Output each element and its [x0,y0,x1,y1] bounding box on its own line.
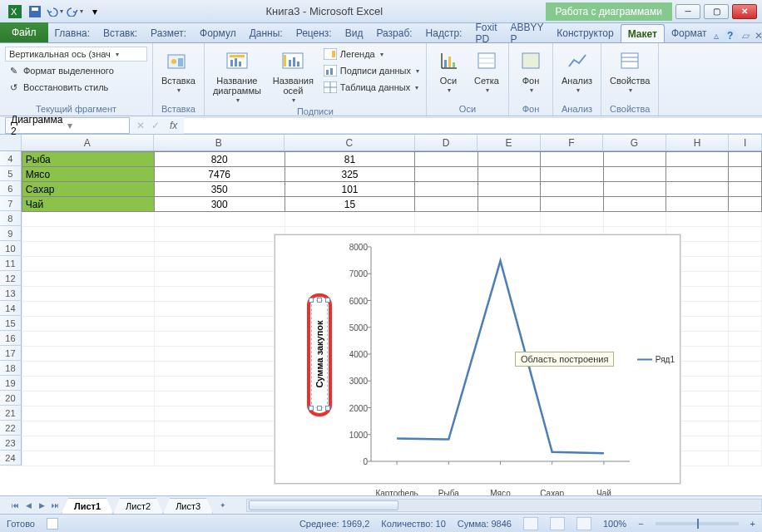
legend-button[interactable]: Легенда [322,47,421,62]
row-header-12[interactable]: 12 [0,271,22,286]
cell-G5[interactable] [603,167,666,182]
col-header-G[interactable]: G [603,135,666,150]
cell-G6[interactable] [603,182,666,197]
cell-I18[interactable] [729,362,762,377]
cell-I20[interactable] [729,392,762,406]
col-header-A[interactable]: A [22,135,154,150]
data-table-button[interactable]: Таблица данных [322,80,421,95]
cell-I13[interactable] [729,287,762,302]
formula-input[interactable] [184,117,762,134]
ribbon-tab-7[interactable]: Разраб: [369,24,418,42]
cell-B10[interactable] [154,242,285,257]
analysis-button[interactable]: Анализ [558,47,596,103]
cell-B6[interactable]: 350 [154,182,285,197]
cell-F5[interactable] [541,167,603,182]
help-icon[interactable]: ? [724,29,737,42]
ribbon-tab-10[interactable]: ABBYY P [503,24,550,42]
ribbon-tab-13[interactable]: Формат [665,24,714,42]
row-header-6[interactable]: 6 [0,181,22,196]
properties-button[interactable]: Свойства [606,47,653,103]
view-page-layout-icon[interactable] [550,517,565,530]
cell-A16[interactable] [22,332,154,347]
sheet-nav-next-icon[interactable]: ▶ [35,499,48,512]
insert-button[interactable]: Вставка [158,47,199,103]
col-header-D[interactable]: D [415,135,478,150]
chart-object[interactable]: Сумма закупок Ряд1 Область построения 01… [275,234,680,484]
cell-I7[interactable] [729,197,762,212]
y-axis-title[interactable]: Сумма закупок [311,300,328,408]
cell-C4[interactable]: 81 [285,152,415,167]
cell-D7[interactable] [415,197,477,212]
cell-B4[interactable]: 820 [154,152,285,167]
cell-E6[interactable] [477,182,540,197]
col-header-E[interactable]: E [477,135,541,150]
zoom-slider[interactable] [656,522,739,525]
sheet-tab-0[interactable]: Лист1 [62,498,113,514]
cell-A18[interactable] [22,362,154,377]
col-header-C[interactable]: C [285,135,415,150]
cell-B8[interactable] [154,212,285,227]
row-header-10[interactable]: 10 [0,241,22,256]
cell-C6[interactable]: 101 [285,182,415,197]
cell-B18[interactable] [154,362,285,377]
row-header-13[interactable]: 13 [0,286,22,301]
cell-B13[interactable] [154,287,285,302]
ribbon-tab-5[interactable]: Реценз: [289,24,339,42]
cell-H5[interactable] [666,167,728,182]
worksheet-area[interactable]: ABCDEFGHI 456789101112131415161718192021… [0,135,762,495]
zoom-out-icon[interactable]: − [638,519,643,529]
cell-B23[interactable] [154,436,285,451]
macro-record-icon[interactable] [47,518,58,530]
cell-I24[interactable] [729,451,762,466]
row-header-5[interactable]: 5 [0,166,22,181]
cell-B5[interactable]: 7476 [154,167,285,182]
background-button[interactable]: Фон [514,47,547,103]
confirm-formula-icon[interactable]: ✓ [148,120,163,131]
cell-B21[interactable] [154,406,285,421]
row-header-19[interactable]: 19 [0,376,22,391]
chart-title-button[interactable]: Название диаграммы [210,47,265,106]
close-button[interactable]: ✕ [732,4,757,19]
cell-B14[interactable] [154,302,285,317]
cell-I5[interactable] [729,167,762,182]
cell-A11[interactable] [22,257,154,272]
col-header-B[interactable]: B [154,135,285,150]
cell-I16[interactable] [729,332,762,347]
row-header-24[interactable]: 24 [0,451,22,466]
gridlines-button[interactable]: Сетка [470,47,503,103]
row-header-18[interactable]: 18 [0,361,22,376]
row-header-8[interactable]: 8 [0,211,22,226]
minimize-ribbon-icon[interactable]: ▵ [714,30,719,42]
row-header-17[interactable]: 17 [0,346,22,361]
row-header-11[interactable]: 11 [0,256,22,271]
cell-I8[interactable] [729,212,762,227]
cell-B7[interactable]: 300 [154,197,285,212]
cell-E8[interactable] [477,212,540,227]
cell-D5[interactable] [415,167,477,182]
sheet-tab-1[interactable]: Лист2 [113,498,163,514]
horizontal-scrollbar[interactable] [246,499,762,512]
cell-H6[interactable] [666,182,728,197]
row-header-22[interactable]: 22 [0,421,22,436]
sheet-nav-prev-icon[interactable]: ◀ [22,499,35,512]
cell-I14[interactable] [729,302,762,317]
ribbon-tab-1[interactable]: Вставк: [96,24,144,42]
cell-I22[interactable] [729,421,762,436]
cell-D8[interactable] [415,212,477,227]
cell-B24[interactable] [154,451,285,466]
minimize-button[interactable]: ─ [675,4,700,19]
row-header-14[interactable]: 14 [0,301,22,316]
cell-I15[interactable] [729,317,762,332]
axes-button[interactable]: Оси [432,47,465,103]
new-sheet-icon[interactable]: ✦ [216,499,230,512]
cell-F6[interactable] [541,182,603,197]
view-normal-icon[interactable] [523,517,538,530]
cell-I21[interactable] [729,406,762,421]
zoom-level[interactable]: 100% [603,519,626,529]
file-tab[interactable]: Файл [0,22,48,42]
row-header-7[interactable]: 7 [0,196,22,211]
format-selection-button[interactable]: ✎Формат выделенного [5,63,147,78]
cell-A8[interactable] [22,212,154,227]
save-icon[interactable] [27,3,43,20]
cell-A15[interactable] [22,317,154,332]
